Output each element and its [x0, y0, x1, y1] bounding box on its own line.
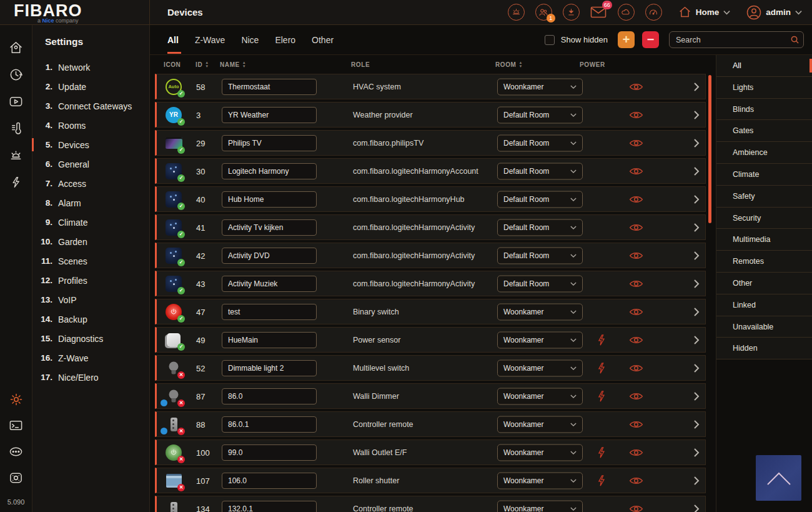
hub-icon[interactable]	[8, 470, 24, 486]
room-select[interactable]: Woonkamer	[497, 500, 583, 512]
sidebar-item-profiles[interactable]: 12.Profiles	[32, 271, 149, 290]
device-name-input[interactable]	[222, 332, 317, 348]
sidebar-item-garden[interactable]: 10.Garden	[32, 232, 149, 251]
sidebar-item-voip[interactable]: 13.VoIP	[32, 290, 149, 309]
row-expand-button[interactable]	[693, 82, 700, 92]
visibility-toggle[interactable]	[626, 279, 645, 288]
sidebar-item-connect-gateways[interactable]: 3.Connect Gateways	[32, 96, 149, 116]
column-header-name[interactable]: NAME▲▼	[220, 61, 246, 68]
room-select[interactable]: Default Room	[497, 219, 583, 236]
tab-elero[interactable]: Elero	[275, 25, 295, 55]
visibility-toggle[interactable]	[626, 194, 645, 204]
room-select[interactable]: Woonkamer	[497, 78, 583, 95]
tab-nice[interactable]: Nice	[241, 25, 259, 55]
device-name-input[interactable]	[222, 191, 317, 208]
row-expand-button[interactable]	[693, 166, 700, 176]
row-expand-button[interactable]	[693, 251, 700, 261]
visibility-toggle[interactable]	[626, 391, 645, 401]
tab-z-wave[interactable]: Z-Wave	[195, 25, 225, 55]
device-name-input[interactable]	[222, 360, 317, 376]
sidebar-item-network[interactable]: 1.Network	[32, 58, 149, 77]
filter-gates[interactable]: Gates	[716, 120, 812, 142]
visibility-toggle[interactable]	[626, 166, 645, 176]
column-header-id[interactable]: ID▲▼	[196, 61, 209, 68]
visibility-toggle[interactable]	[626, 504, 645, 512]
users-icon[interactable]: 1	[535, 4, 552, 21]
device-name-input[interactable]	[222, 135, 317, 151]
device-name-input[interactable]	[222, 473, 317, 489]
room-select[interactable]: Default Room	[497, 275, 583, 292]
column-header-room[interactable]: ROOM▲▼	[495, 61, 523, 68]
filter-hidden[interactable]: Hidden	[716, 338, 812, 359]
device-name-input[interactable]	[222, 388, 317, 404]
sidebar-item-update[interactable]: 2.Update	[32, 77, 149, 96]
visibility-toggle[interactable]	[626, 110, 645, 119]
filter-security[interactable]: Security	[716, 208, 812, 229]
row-expand-button[interactable]	[693, 419, 700, 429]
filter-all[interactable]: All	[716, 55, 812, 77]
filter-multimedia[interactable]: Multimedia	[716, 229, 812, 251]
scroll-to-top-button[interactable]	[756, 455, 801, 501]
visibility-toggle[interactable]	[626, 448, 645, 457]
filter-lights[interactable]: Lights	[716, 77, 812, 99]
network-icon[interactable]	[8, 444, 24, 459]
room-select[interactable]: Default Room	[497, 191, 583, 208]
remove-device-button[interactable]: −	[642, 31, 659, 48]
user-menu[interactable]: admin	[746, 5, 802, 20]
row-expand-button[interactable]	[693, 279, 700, 289]
device-name-input[interactable]	[222, 276, 317, 292]
show-hidden-checkbox[interactable]	[545, 35, 555, 45]
sidebar-item-diagnostics[interactable]: 15.Diagnostics	[32, 329, 149, 348]
device-name-input[interactable]	[222, 248, 317, 264]
mail-icon[interactable]: 66	[590, 4, 607, 21]
visibility-toggle[interactable]	[626, 138, 645, 148]
room-select[interactable]: Default Room	[497, 134, 583, 151]
row-expand-button[interactable]	[693, 476, 700, 486]
terminal-icon[interactable]	[8, 418, 24, 433]
room-select[interactable]: Default Room	[497, 106, 583, 123]
device-name-input[interactable]	[222, 107, 317, 123]
search-input[interactable]	[669, 31, 804, 48]
room-select[interactable]: Woonkamer	[497, 416, 583, 433]
home-selector[interactable]: Home	[678, 6, 731, 19]
device-name-input[interactable]	[222, 304, 317, 320]
filter-other[interactable]: Other	[716, 273, 812, 294]
sidebar-item-alarm[interactable]: 8.Alarm	[32, 193, 149, 213]
history-icon[interactable]	[8, 67, 24, 83]
room-select[interactable]: Woonkamer	[497, 388, 583, 404]
row-expand-button[interactable]	[693, 363, 700, 373]
media-icon[interactable]	[8, 94, 24, 109]
row-expand-button[interactable]	[693, 110, 700, 120]
room-select[interactable]: Woonkamer	[497, 303, 583, 320]
room-select[interactable]: Woonkamer	[497, 359, 583, 376]
room-select[interactable]: Woonkamer	[497, 444, 583, 461]
sidebar-item-z-wave[interactable]: 16.Z-Wave	[32, 348, 149, 368]
filter-blinds[interactable]: Blinds	[716, 99, 812, 121]
filter-remotes[interactable]: Remotes	[716, 251, 812, 273]
tab-all[interactable]: All	[167, 25, 179, 55]
row-expand-button[interactable]	[693, 223, 700, 233]
climate-icon[interactable]	[8, 121, 24, 136]
energy-icon[interactable]	[8, 174, 24, 190]
weather-icon[interactable]	[618, 4, 635, 21]
row-expand-button[interactable]	[693, 391, 700, 401]
filter-ambience[interactable]: Ambience	[716, 142, 812, 164]
sidebar-item-nice-elero[interactable]: 17.Nice/Elero	[32, 368, 149, 387]
row-expand-button[interactable]	[693, 504, 700, 512]
alarm-panel-icon[interactable]	[508, 4, 525, 21]
device-name-input[interactable]	[222, 219, 317, 236]
row-expand-button[interactable]	[693, 307, 700, 317]
row-expand-button[interactable]	[693, 138, 700, 148]
device-name-input[interactable]	[222, 416, 317, 433]
visibility-toggle[interactable]	[626, 363, 645, 373]
sidebar-item-scenes[interactable]: 11.Scenes	[32, 251, 149, 271]
sidebar-item-rooms[interactable]: 4.Rooms	[32, 116, 149, 135]
alarm-icon[interactable]	[8, 148, 24, 163]
device-name-input[interactable]	[222, 501, 317, 512]
settings-gear-icon[interactable]	[8, 391, 24, 407]
row-expand-button[interactable]	[693, 335, 700, 345]
room-select[interactable]: Woonkamer	[497, 472, 583, 489]
visibility-toggle[interactable]	[626, 476, 645, 485]
tab-other[interactable]: Other	[312, 25, 334, 55]
filter-linked[interactable]: Linked	[716, 294, 812, 316]
